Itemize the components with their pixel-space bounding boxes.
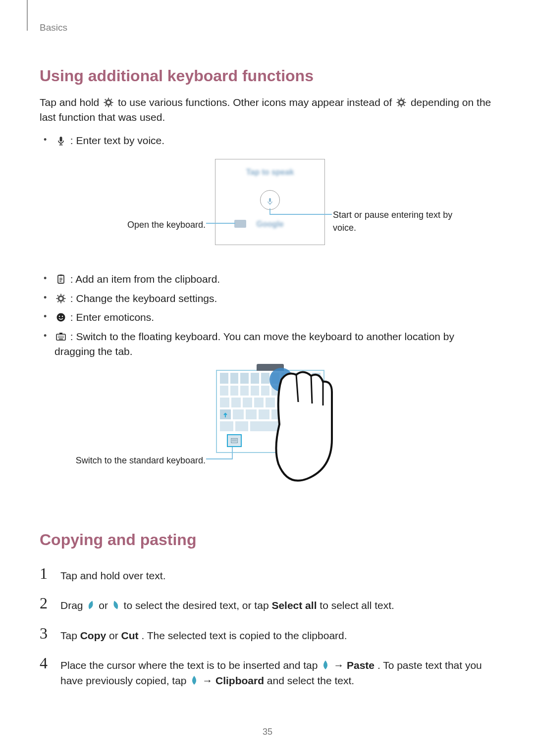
intro-text-b: to use various functions. Other icons ma…	[118, 97, 395, 108]
page-number: 35	[0, 725, 535, 738]
keyboard-icon	[234, 220, 246, 228]
bullet-settings: : Change the keyboard settings.	[51, 289, 495, 308]
bullet-clipboard: : Add an item from the clipboard.	[51, 270, 495, 289]
svg-point-19	[57, 313, 65, 322]
gear-icon	[55, 293, 66, 304]
step-4-arrow-2: →	[202, 675, 215, 686]
step-3: 3 Tap Copy or Cut . The selected text is…	[40, 619, 495, 649]
step-4-text-a: Place the cursor where the text is to be…	[60, 659, 321, 671]
svg-rect-10	[59, 145, 63, 146]
cursor-handle-icon	[321, 659, 329, 669]
step-2: 2 Drag or to select the desired text, or…	[40, 589, 495, 619]
bullet-emoticons: : Enter emoticons.	[51, 308, 495, 327]
breadcrumb: Basics	[40, 21, 495, 35]
bullet-floating-text: : Switch to the floating keyboard. You c…	[54, 331, 454, 357]
selection-handle-right-icon	[112, 600, 120, 609]
voice-input-illustration: Tap to speak Google Open the keyboard. S…	[40, 159, 495, 258]
cut-label: Cut	[121, 630, 139, 641]
step-3-text-b: or	[109, 630, 121, 641]
step-3-text-a: Tap	[60, 630, 80, 641]
svg-rect-26	[59, 333, 62, 334]
svg-rect-15	[59, 275, 62, 276]
mic-icon	[55, 135, 66, 146]
svg-rect-12	[269, 203, 270, 205]
step-number: 1	[40, 565, 52, 581]
floating-keyboard-icon	[55, 331, 66, 342]
bullet-emoticons-text: : Enter emoticons.	[67, 311, 154, 323]
svg-point-21	[62, 316, 63, 317]
step-4: 4 Place the cursor where the text is to …	[40, 649, 495, 694]
intro-text-a: Tap and hold	[40, 97, 102, 108]
step-number: 2	[40, 595, 52, 611]
mic-button	[260, 190, 280, 210]
smiley-icon	[55, 312, 66, 323]
gear-icon	[103, 97, 114, 108]
voice-panel: Tap to speak Google	[215, 159, 325, 245]
step-2-text-d: to select all text.	[320, 600, 394, 611]
label-start-pause-voice: Start or pause entering text by voice.	[333, 208, 472, 234]
bullet-voice: : Enter text by voice.	[51, 131, 495, 150]
svg-rect-25	[59, 339, 63, 340]
pointing-hand-icon	[268, 365, 342, 494]
step-number: 3	[40, 625, 52, 641]
floating-keyboard-illustration: Switch to the standard keyboard.	[40, 370, 495, 499]
svg-rect-27	[231, 439, 238, 443]
step-4-text-e: and select the text.	[267, 675, 354, 686]
bullet-settings-text: : Change the keyboard settings.	[67, 293, 217, 304]
step-number: 4	[40, 655, 52, 671]
label-switch-standard-keyboard: Switch to the standard keyboard.	[50, 454, 206, 467]
svg-rect-11	[269, 198, 271, 202]
step-4-arrow-1: →	[333, 659, 347, 671]
cursor-handle-icon	[190, 675, 198, 685]
gear-icon	[396, 97, 407, 108]
paste-label: Paste	[347, 659, 374, 671]
section-heading-copy-paste: Copying and pasting	[40, 528, 495, 551]
step-2-text-a: Drag	[60, 600, 86, 611]
step-1: 1 Tap and hold over text.	[40, 559, 495, 589]
copy-label: Copy	[80, 630, 107, 641]
voice-panel-brand-blurred: Google	[256, 218, 283, 230]
step-2-text-c: to select the desired text, or tap	[124, 600, 272, 611]
intro-paragraph: Tap and hold to use various functions. O…	[40, 95, 495, 125]
voice-panel-title-blurred: Tap to speak	[215, 166, 324, 178]
selection-handle-left-icon	[87, 600, 95, 609]
bullet-floating: : Switch to the floating keyboard. You c…	[51, 327, 495, 361]
switch-keyboard-icon	[227, 434, 242, 447]
bullet-clipboard-text: : Add an item from the clipboard.	[67, 273, 220, 285]
step-2-text-b: or	[99, 600, 111, 611]
step-3-text-c: . The selected text is copied to the cli…	[141, 630, 347, 641]
svg-point-20	[59, 316, 60, 317]
clipboard-icon	[55, 274, 66, 285]
select-all-label: Select all	[271, 600, 317, 611]
clipboard-label: Clipboard	[215, 675, 264, 686]
bullet-voice-text: : Enter text by voice.	[67, 135, 164, 146]
svg-rect-8	[60, 137, 62, 142]
label-open-keyboard: Open the keyboard.	[69, 218, 206, 231]
svg-rect-9	[60, 143, 61, 145]
step-1-text: Tap and hold over text.	[60, 565, 495, 583]
svg-rect-14	[58, 275, 64, 283]
section-heading-keyboard-functions: Using additional keyboard functions	[40, 64, 495, 87]
